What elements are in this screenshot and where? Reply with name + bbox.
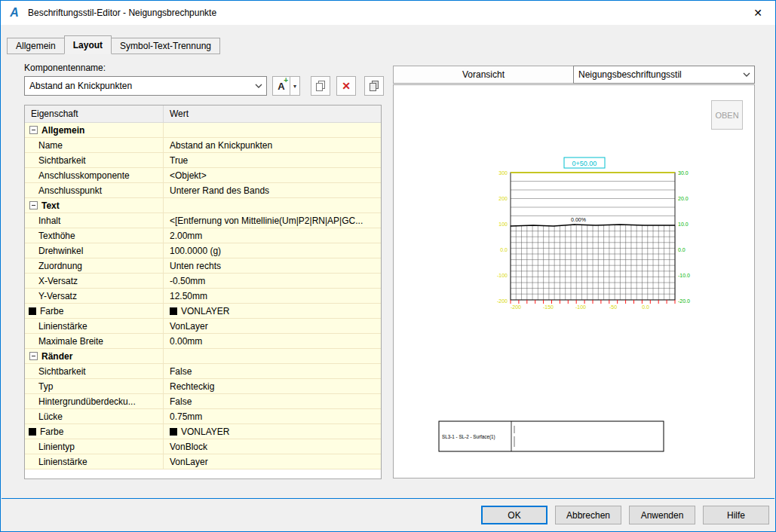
- delete-x-icon: ✕: [342, 80, 351, 92]
- property-row[interactable]: Texthöhe2.00mm: [25, 228, 381, 243]
- collapse-icon[interactable]: [29, 352, 38, 360]
- group-row[interactable]: Ränder: [25, 349, 381, 364]
- property-name-cell: Hintergrundüberdecku...: [25, 394, 164, 408]
- footer-separator: [2, 498, 774, 499]
- component-name-label: Komponentenname:: [24, 63, 106, 73]
- add-component-dropdown-arrow[interactable]: ▾: [290, 76, 300, 96]
- chevron-down-icon: ▾: [293, 83, 296, 90]
- collapse-icon[interactable]: [29, 201, 38, 209]
- property-value-cell[interactable]: Unten rechts: [164, 258, 381, 273]
- property-row[interactable]: Y-Versatz12.50mm: [25, 289, 381, 304]
- property-value-cell[interactable]: [164, 349, 381, 363]
- property-name-cell: Lücke: [25, 409, 164, 423]
- property-name-cell: Sichtbarkeit: [25, 364, 164, 378]
- color-swatch: [170, 428, 177, 436]
- svg-text:0.0: 0.0: [500, 247, 508, 252]
- property-row[interactable]: Inhalt<[Entfernung von Mittellinie(Um|P2…: [25, 213, 381, 228]
- property-value-cell[interactable]: Abstand an Knickpunkten: [164, 138, 381, 152]
- collapse-icon[interactable]: [29, 126, 38, 134]
- property-name-cell: Farbe: [25, 424, 164, 439]
- property-value-cell[interactable]: [164, 198, 381, 212]
- property-row[interactable]: NameAbstand an Knickpunkten: [25, 138, 381, 153]
- chevron-down-icon: [739, 72, 754, 77]
- color-swatch: [29, 428, 36, 436]
- property-row[interactable]: LinienstärkeVonLayer: [25, 454, 381, 469]
- property-name-cell: Sichtbarkeit: [25, 153, 164, 167]
- property-row[interactable]: Maximale Breite0.00mm: [25, 334, 381, 349]
- add-text-component-button[interactable]: A +: [272, 76, 290, 96]
- property-value-cell[interactable]: 12.50mm: [164, 289, 381, 303]
- apply-button[interactable]: Anwenden: [629, 506, 695, 524]
- property-value-cell[interactable]: True: [164, 153, 381, 167]
- cancel-button[interactable]: Abbrechen: [555, 506, 621, 524]
- tab-symbol-text-trennung[interactable]: Symbol-Text-Trennung: [111, 38, 220, 54]
- property-name-cell: Inhalt: [25, 213, 164, 228]
- property-value-cell[interactable]: VONLAYER: [164, 304, 381, 318]
- tab-layout[interactable]: Layout: [64, 35, 112, 54]
- plus-icon: +: [284, 78, 288, 84]
- property-row[interactable]: LinienstärkeVonLayer: [25, 319, 381, 334]
- property-row[interactable]: Anschlusskomponente<Objekt>: [25, 168, 381, 183]
- property-name-cell: Text: [25, 198, 164, 212]
- svg-text:0+50.00: 0+50.00: [572, 160, 597, 167]
- property-value-cell[interactable]: [164, 123, 381, 137]
- property-row[interactable]: Lücke0.75mm: [25, 409, 381, 424]
- component-name-value: Abstand an Knickpunkten: [25, 81, 251, 91]
- preview-title: Voransicht: [393, 66, 574, 84]
- property-value-cell[interactable]: <[Entfernung von Mittellinie(Um|P2|RN|AP…: [164, 213, 381, 228]
- property-value-cell[interactable]: Unterer Rand des Bands: [164, 183, 381, 197]
- group-row[interactable]: Allgemein: [25, 123, 381, 138]
- view-direction-button[interactable]: OBEN: [711, 100, 743, 130]
- property-value-cell[interactable]: 0.75mm: [164, 409, 381, 423]
- property-name-cell: X-Versatz: [25, 274, 164, 288]
- property-value-cell[interactable]: VONLAYER: [164, 424, 381, 439]
- label-style-editor-dialog: A Beschriftungsstil-Editor - Neigungsbre…: [0, 0, 776, 532]
- property-value-cell[interactable]: VonLayer: [164, 454, 381, 469]
- property-value-cell[interactable]: False: [164, 394, 381, 408]
- property-value-cell[interactable]: VonLayer: [164, 319, 381, 333]
- property-row[interactable]: ZuordnungUnten rechts: [25, 258, 381, 274]
- property-row[interactable]: Drehwinkel100.0000 (g): [25, 243, 381, 258]
- group-row[interactable]: Text: [25, 198, 381, 213]
- property-grid: Eigenschaft Wert AllgemeinNameAbstand an…: [24, 105, 382, 479]
- property-row[interactable]: FarbeVONLAYER: [25, 424, 381, 439]
- property-row[interactable]: SichtbarkeitFalse: [25, 364, 381, 379]
- property-value-cell[interactable]: -0.50mm: [164, 274, 381, 288]
- property-value-cell[interactable]: VonBlock: [164, 439, 381, 454]
- property-row[interactable]: FarbeVONLAYER: [25, 304, 381, 319]
- property-row[interactable]: TypRechteckig: [25, 379, 381, 394]
- help-button[interactable]: Hilfe: [703, 506, 769, 524]
- property-value-cell[interactable]: <Objekt>: [164, 168, 381, 182]
- preview-style-dropdown[interactable]: Neigungsbeschriftungsstil: [573, 66, 755, 84]
- property-value-cell[interactable]: Rechteckig: [164, 379, 381, 393]
- svg-text:-20.0: -20.0: [678, 298, 690, 304]
- svg-text:0.00%: 0.00%: [571, 217, 586, 222]
- property-value-cell[interactable]: 100.0000 (g): [164, 243, 381, 258]
- tab-allgemein[interactable]: Allgemein: [7, 38, 65, 54]
- property-value-cell[interactable]: False: [164, 364, 381, 378]
- property-name-cell: Maximale Breite: [25, 334, 164, 348]
- property-name-cell: Linienstärke: [25, 319, 164, 333]
- duplicate-component-button[interactable]: [364, 76, 384, 96]
- svg-text:0.0: 0.0: [642, 304, 649, 310]
- component-name-dropdown[interactable]: Abstand an Knickpunkten: [24, 76, 267, 96]
- property-row[interactable]: X-Versatz-0.50mm: [25, 274, 381, 289]
- delete-component-button[interactable]: ✕: [336, 76, 356, 96]
- property-name-cell: Texthöhe: [25, 228, 164, 243]
- svg-text:30.0: 30.0: [678, 170, 689, 176]
- property-name-cell: Anschlusskomponente: [25, 168, 164, 182]
- property-row[interactable]: LinientypVonBlock: [25, 439, 381, 454]
- property-value-cell[interactable]: 0.00mm: [164, 334, 381, 348]
- chevron-down-icon: [251, 84, 266, 88]
- property-name-cell: Y-Versatz: [25, 289, 164, 303]
- ok-button[interactable]: OK: [481, 506, 547, 524]
- property-row[interactable]: Hintergrundüberdecku...False: [25, 394, 381, 409]
- property-name-cell: Typ: [25, 379, 164, 393]
- column-header-eigenschaft: Eigenschaft: [25, 105, 164, 122]
- svg-text:-50: -50: [609, 304, 617, 310]
- close-icon[interactable]: ✕: [741, 1, 775, 25]
- property-row[interactable]: AnschlusspunktUnterer Rand des Bands: [25, 183, 381, 198]
- property-row[interactable]: SichtbarkeitTrue: [25, 153, 381, 168]
- copy-component-button[interactable]: [311, 76, 330, 96]
- property-value-cell[interactable]: 2.00mm: [164, 228, 381, 243]
